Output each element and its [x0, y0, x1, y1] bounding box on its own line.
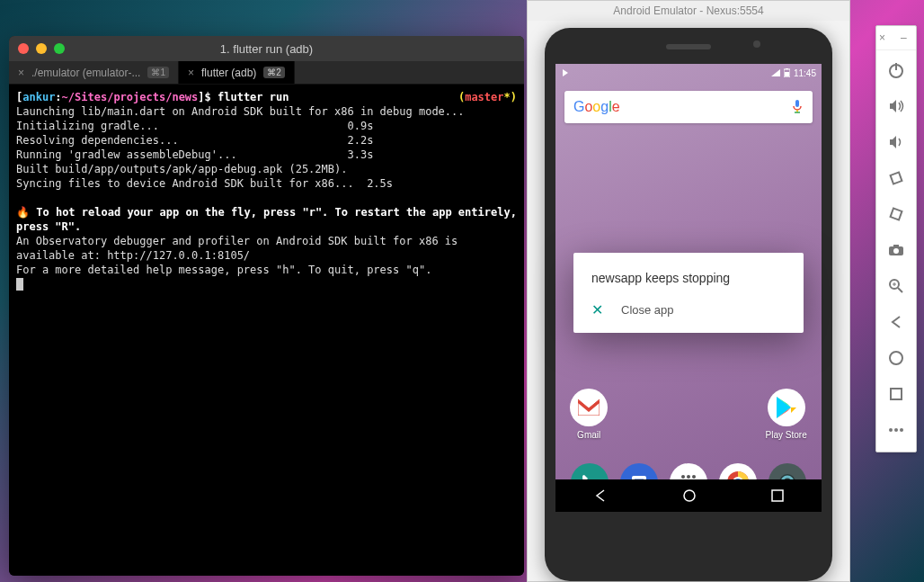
- svg-point-32: [893, 248, 899, 254]
- more-button[interactable]: [880, 414, 912, 446]
- svg-rect-28: [891, 173, 902, 184]
- terminal-body[interactable]: [ankur:~/Sites/projects/news]$ flutter r…: [9, 85, 524, 576]
- android-nav-bar: [555, 479, 822, 512]
- tab-shortcut: ⌘1: [147, 67, 169, 78]
- terminal-tab-emulator[interactable]: × ./emulator (emulator-... ⌘1: [9, 61, 179, 84]
- terminal-title: 1. flutter run (adb): [9, 42, 524, 56]
- home-button[interactable]: [880, 342, 912, 374]
- home-row-1: Gmail Play Store: [555, 389, 822, 440]
- svg-point-37: [890, 352, 902, 364]
- nav-overview-button[interactable]: [771, 489, 784, 502]
- svg-rect-25: [772, 490, 783, 501]
- google-logo: Google: [573, 99, 620, 115]
- terminal-tab-flutter[interactable]: × flutter (adb) ⌘2: [179, 61, 295, 84]
- status-time: 11:45: [794, 68, 816, 78]
- svg-rect-2: [785, 72, 789, 76]
- phone-camera: [753, 40, 760, 48]
- terminal-tabs: × ./emulator (emulator-... ⌘1 × flutter …: [9, 61, 524, 85]
- close-icon[interactable]: ×: [879, 31, 892, 44]
- battery-icon: [784, 68, 790, 77]
- emulator-toolbar: × –: [875, 25, 917, 452]
- hot-reload-prefix: 🔥: [16, 206, 36, 219]
- svg-point-24: [684, 490, 695, 501]
- term-line: Resolving dependencies... 2.2s: [16, 134, 373, 147]
- zoom-button[interactable]: [880, 270, 912, 302]
- term-line: Syncing files to device Android SDK buil…: [16, 177, 393, 190]
- minimize-icon[interactable]: –: [901, 31, 913, 44]
- rotate-left-button[interactable]: [880, 162, 912, 194]
- phone-speaker: [666, 44, 711, 49]
- volume-down-button[interactable]: [880, 126, 912, 158]
- svg-rect-38: [891, 389, 902, 399]
- prompt-sep: :: [55, 91, 61, 103]
- volume-up-button[interactable]: [880, 90, 912, 122]
- svg-point-41: [900, 428, 903, 432]
- maximize-window-button[interactable]: [54, 43, 65, 54]
- signal-icon: [771, 69, 780, 76]
- tab-label: flutter (adb): [201, 67, 256, 79]
- close-icon: ✕: [591, 301, 603, 318]
- phone-frame: 11:45 Google Gmail: [545, 28, 832, 581]
- app-label: Play Store: [766, 430, 807, 440]
- nav-home-button[interactable]: [682, 488, 697, 503]
- google-search-bar[interactable]: Google: [564, 91, 813, 123]
- dialog-action-label: Close app: [621, 303, 674, 317]
- app-play-store[interactable]: Play Store: [766, 389, 807, 440]
- svg-rect-3: [795, 100, 799, 107]
- emulator-window: Android Emulator - Nexus:5554 11:45: [527, 0, 850, 582]
- emulator-title: Android Emulator - Nexus:5554: [528, 1, 849, 21]
- tab-label: ./emulator (emulator-...: [31, 67, 140, 79]
- crash-dialog: newsapp keeps stopping ✕ Close app: [573, 253, 804, 333]
- git-paren-close: ): [511, 91, 517, 103]
- mic-icon[interactable]: [791, 99, 804, 115]
- prompt-path: ~/Sites/projects/news: [62, 91, 199, 103]
- rotate-right-button[interactable]: [880, 198, 912, 230]
- nav-back-button[interactable]: [593, 488, 608, 503]
- term-line: Launching lib/main.dart on Android SDK b…: [16, 105, 465, 118]
- status-bar: 11:45: [555, 64, 822, 82]
- terminal-titlebar[interactable]: 1. flutter run (adb): [9, 36, 524, 61]
- terminal-window: 1. flutter run (adb) × ./emulator (emula…: [9, 36, 524, 576]
- back-button[interactable]: [880, 306, 912, 338]
- dialog-close-app-action[interactable]: ✕ Close app: [591, 301, 786, 318]
- tab-shortcut: ⌘2: [263, 67, 285, 78]
- svg-point-39: [889, 428, 893, 432]
- cursor: [16, 278, 23, 291]
- screenshot-button[interactable]: [880, 234, 912, 266]
- svg-rect-29: [891, 209, 902, 220]
- prompt-command: flutter run: [218, 91, 289, 103]
- dialog-title: newsapp keeps stopping: [591, 271, 786, 285]
- term-line: Built build/app/outputs/apk/app-debug.ap…: [16, 163, 347, 175]
- svg-rect-1: [786, 68, 788, 69]
- term-line: Initializing gradle... 0.9s: [16, 120, 373, 132]
- svg-line-34: [898, 288, 902, 292]
- prompt-user: ankur: [22, 91, 55, 103]
- overview-button[interactable]: [880, 378, 912, 410]
- notification-icon: [561, 68, 570, 77]
- svg-point-11: [692, 475, 696, 479]
- power-button[interactable]: [880, 54, 912, 86]
- svg-point-10: [687, 475, 690, 479]
- close-icon[interactable]: ×: [188, 67, 194, 79]
- svg-point-9: [681, 475, 685, 479]
- phone-screen[interactable]: 11:45 Google Gmail: [555, 64, 822, 512]
- observatory-line: An Observatory debugger and profiler on …: [16, 235, 465, 262]
- term-line: Running 'gradlew assembleDebug'... 3.3s: [16, 148, 373, 161]
- git-star: *: [504, 91, 511, 103]
- prompt-close: ]$: [198, 91, 210, 103]
- hot-reload-text: To hot reload your app on the fly, press…: [16, 206, 523, 233]
- close-icon[interactable]: ×: [18, 67, 24, 79]
- app-label: Gmail: [577, 430, 600, 440]
- svg-rect-31: [893, 245, 899, 247]
- close-window-button[interactable]: [18, 43, 29, 54]
- minimize-window-button[interactable]: [36, 43, 47, 54]
- svg-point-40: [894, 428, 898, 432]
- app-gmail[interactable]: Gmail: [570, 389, 608, 440]
- help-line: For a more detailed help message, press …: [16, 264, 431, 276]
- git-branch: master: [465, 91, 503, 103]
